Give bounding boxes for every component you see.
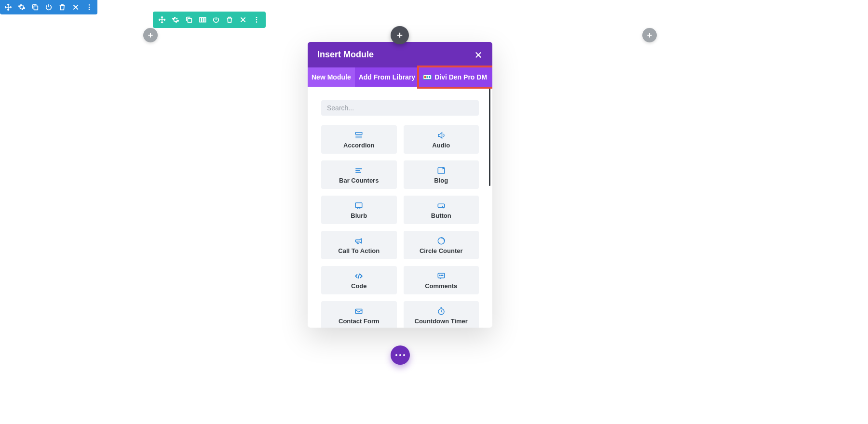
module-countdown-timer[interactable]: Countdown Timer [404, 301, 479, 328]
more-icon[interactable] [252, 15, 261, 24]
blog-icon [436, 166, 446, 175]
module-accordion[interactable]: Accordion [321, 125, 397, 154]
power-icon[interactable] [44, 3, 53, 12]
trash-icon[interactable] [58, 3, 67, 12]
comments-icon [436, 272, 446, 280]
trash-icon[interactable] [225, 15, 234, 24]
tab-label: Divi Den Pro DM [434, 73, 487, 81]
audio-icon [436, 131, 446, 140]
tab-divi-den-pro[interactable]: Divi Den Pro DM [419, 67, 491, 87]
power-icon[interactable] [212, 15, 220, 24]
svg-rect-0 [34, 6, 38, 10]
move-icon[interactable] [158, 15, 166, 24]
svg-rect-7 [204, 17, 205, 22]
duplicate-icon[interactable] [185, 15, 193, 24]
megaphone-icon [354, 237, 364, 245]
duplicate-icon[interactable] [31, 3, 40, 12]
add-module-right-button[interactable] [642, 28, 657, 42]
modal-tabs: New Module Add From Library Divi Den Pro… [308, 67, 492, 87]
module-label: Audio [432, 142, 450, 149]
module-blurb[interactable]: Blurb [321, 196, 397, 224]
row-toolbar [153, 12, 266, 28]
svg-point-27 [441, 275, 442, 276]
svg-point-9 [256, 19, 258, 21]
tab-label: New Module [312, 73, 351, 81]
module-label: Code [351, 282, 367, 290]
svg-rect-14 [429, 76, 430, 79]
dot-icon [399, 354, 401, 356]
module-label: Blurb [351, 212, 367, 219]
module-label: Comments [425, 282, 457, 290]
module-button[interactable]: Button [404, 196, 479, 224]
module-comments[interactable]: Comments [404, 266, 479, 294]
svg-rect-15 [356, 132, 363, 134]
svg-point-28 [442, 275, 443, 276]
module-label: Call To Action [338, 247, 380, 254]
module-grid: Accordion Audio Bar Counters Blog [321, 125, 479, 328]
timer-icon [436, 307, 446, 316]
module-blog[interactable]: Blog [404, 160, 479, 189]
module-bar-counters[interactable]: Bar Counters [321, 160, 397, 189]
gear-icon[interactable] [171, 15, 180, 24]
modal-header: Insert Module [308, 42, 492, 67]
module-call-to-action[interactable]: Call To Action [321, 231, 397, 259]
modal-close-button[interactable] [474, 51, 483, 59]
bar-counters-icon [354, 166, 364, 175]
builder-fab-button[interactable] [391, 345, 410, 365]
svg-rect-22 [356, 203, 363, 208]
move-icon[interactable] [4, 3, 13, 12]
close-icon[interactable] [239, 15, 247, 24]
modal-title: Insert Module [317, 50, 374, 60]
divi-den-icon [423, 74, 432, 80]
circle-counter-icon [436, 237, 446, 245]
module-label: Blog [434, 177, 448, 184]
close-icon[interactable] [71, 3, 80, 12]
dot-icon [403, 354, 405, 356]
dot-icon [395, 354, 397, 356]
button-icon [436, 201, 446, 210]
search-input[interactable] [321, 100, 479, 116]
tab-label: Add From Library [359, 73, 415, 81]
add-module-left-button[interactable] [143, 28, 158, 42]
module-label: Button [431, 212, 451, 219]
svg-point-10 [256, 21, 258, 23]
svg-rect-23 [438, 204, 445, 208]
module-label: Contact Form [339, 318, 380, 325]
add-module-center-button[interactable] [391, 26, 409, 44]
svg-point-26 [439, 275, 440, 276]
insert-module-modal: Insert Module New Module Add From Librar… [308, 42, 492, 328]
module-circle-counter[interactable]: Circle Counter [404, 231, 479, 259]
module-label: Countdown Timer [415, 318, 468, 325]
svg-rect-29 [356, 309, 363, 314]
svg-rect-12 [424, 76, 426, 79]
svg-point-2 [89, 7, 90, 8]
modal-body: Accordion Audio Bar Counters Blog [308, 87, 492, 328]
blurb-icon [354, 201, 364, 210]
accordion-icon [354, 131, 364, 140]
svg-point-3 [89, 9, 90, 10]
columns-icon[interactable] [198, 15, 207, 24]
svg-rect-5 [200, 17, 201, 22]
more-icon[interactable] [85, 3, 94, 12]
envelope-icon [354, 307, 364, 316]
gear-icon[interactable] [17, 3, 26, 12]
svg-rect-4 [188, 18, 191, 22]
module-label: Accordion [343, 142, 374, 149]
module-label: Bar Counters [339, 177, 379, 184]
module-code[interactable]: Code [321, 266, 397, 294]
module-label: Circle Counter [420, 247, 463, 254]
section-toolbar [0, 0, 97, 14]
svg-rect-6 [202, 17, 203, 22]
svg-point-1 [89, 4, 90, 6]
code-icon [354, 272, 364, 280]
tab-add-from-library[interactable]: Add From Library [355, 67, 419, 87]
tab-new-module[interactable]: New Module [308, 67, 355, 87]
module-audio[interactable]: Audio [404, 125, 479, 154]
svg-rect-13 [427, 76, 428, 79]
module-contact-form[interactable]: Contact Form [321, 301, 397, 328]
svg-point-8 [256, 17, 258, 18]
